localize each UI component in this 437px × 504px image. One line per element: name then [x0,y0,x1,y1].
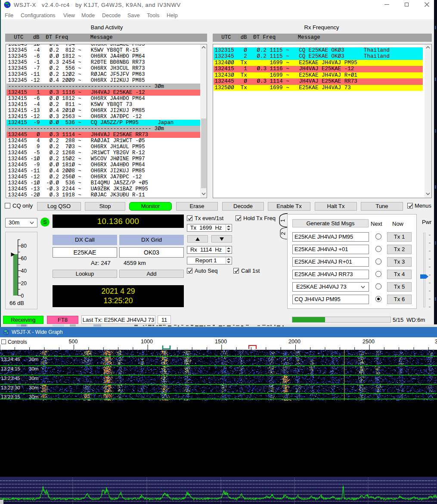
svg-text:13:23:15: 13:23:15 [1,394,20,399]
svg-text:2: 2 [280,232,286,235]
svg-text:1000: 1000 [141,339,153,345]
svg-text:13:24:15: 13:24:15 [1,366,20,371]
svg-text:60: 60 [21,255,27,261]
svg-text:1: 1 [280,219,286,222]
svg-text:30m: 30m [29,357,38,362]
svg-text:30m: 30m [29,366,38,371]
svg-text:13:23:30: 13:23:30 [1,385,20,390]
svg-text:13:24:45: 13:24:45 [1,357,20,362]
svg-text:2500: 2500 [363,339,375,345]
svg-text:80: 80 [21,243,27,249]
svg-text:2000: 2000 [288,339,301,345]
svg-text:20: 20 [21,280,27,286]
svg-text:40: 40 [21,268,27,274]
svg-text:500: 500 [69,339,78,345]
svg-text:30m: 30m [29,376,38,381]
svg-text:30m: 30m [29,394,38,399]
svg-text:13:23:45: 13:23:45 [1,376,20,381]
svg-text:30m: 30m [29,385,38,390]
svg-text:0: 0 [21,293,24,299]
svg-text:30: 30 [435,339,437,345]
svg-text:1500: 1500 [215,339,227,345]
